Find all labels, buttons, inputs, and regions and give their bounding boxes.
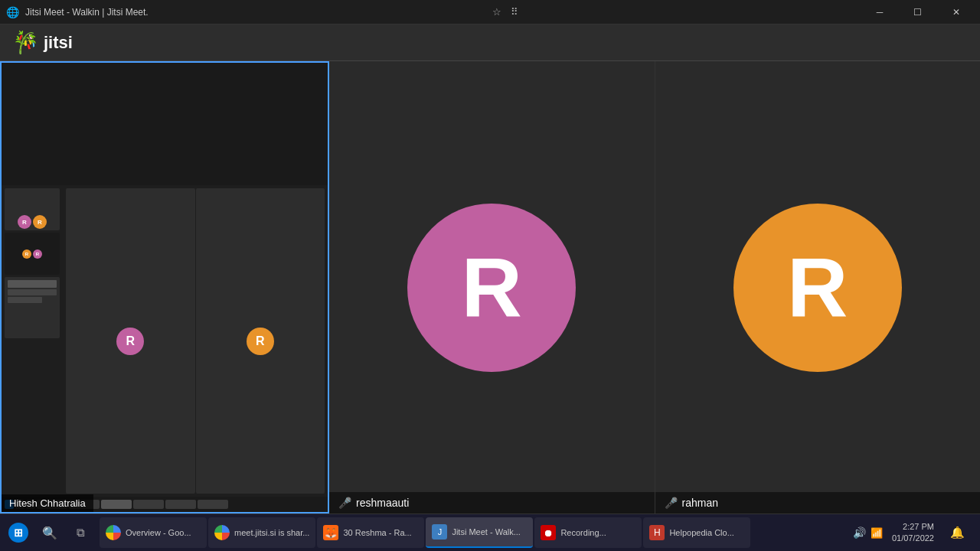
helpedia-label: Helpopedia Clo... xyxy=(669,528,733,537)
name-text-right: rahman xyxy=(682,497,718,509)
network-icon: 📶 xyxy=(871,527,883,539)
recording-icon: ⏺ xyxy=(541,525,556,540)
participant-name-left: Hitesh Chhatralia xyxy=(2,494,93,512)
taskbar-app-jitsi[interactable]: J Jitsi Meet - Walk... xyxy=(426,517,533,548)
window-title: Jitsi Meet - Walkin | Jitsi Meet. xyxy=(25,7,149,18)
screen-mini-purple: R xyxy=(66,188,195,494)
helpedia-icon: H xyxy=(649,525,665,540)
volume-icon: 🔊 xyxy=(853,527,866,539)
screen-col-1: R xyxy=(66,188,195,494)
chrome2-icon xyxy=(214,525,230,540)
taskbar-app-helpedia[interactable]: H Helpopedia Clo... xyxy=(643,517,750,548)
clock-time: 2:27 PM xyxy=(892,521,934,533)
screen-col-2: R xyxy=(196,188,325,494)
avatar-rahman: R xyxy=(733,204,902,372)
task-view-icon: ⧉ xyxy=(77,526,85,540)
jitsi-logo-text: jitsi xyxy=(44,33,73,53)
tray-icons: 🔊 📶 xyxy=(853,527,883,539)
sidebar-thumb-1: R R xyxy=(5,188,60,230)
sidebar-thumb-3 xyxy=(5,277,60,338)
taskbar-right: 🔊 📶 2:27 PM 01/07/2022 🔔 xyxy=(853,518,977,548)
search-button[interactable]: 🔍 xyxy=(35,519,64,546)
chrome2-label: meet.jitsi.si is shar... xyxy=(234,528,309,537)
firefox-label: 30 Reshma - Ra... xyxy=(343,528,411,537)
screen-share-top xyxy=(2,63,328,185)
mic-icon-right: 🎤 xyxy=(665,497,678,509)
title-bar: 🌐 Jitsi Meet - Walkin | Jitsi Meet. ☆ ⠿ … xyxy=(0,0,980,24)
notification-icon: 🔔 xyxy=(950,526,965,540)
windows-logo: ⊞ xyxy=(8,523,28,543)
video-area: R R R R xyxy=(0,61,980,514)
name-text-left: Hitesh Chhatralia xyxy=(9,497,86,509)
minimize-button[interactable]: ─ xyxy=(862,0,897,24)
mini-avatar-r-purple: R xyxy=(116,328,144,355)
panel-left-screenshare: R R R R xyxy=(0,61,329,514)
maximize-button[interactable]: ☐ xyxy=(900,0,936,24)
panel-right: R 🎤 rahman xyxy=(655,61,981,514)
jitsi-logo-icon: 🎋 xyxy=(12,30,39,55)
participant-name-center: 🎤 reshmaauti xyxy=(329,492,655,514)
name-text-center: reshmaauti xyxy=(356,497,409,509)
taskbar-app-chrome1[interactable]: Overview - Goo... xyxy=(100,517,207,548)
close-button[interactable]: ✕ xyxy=(939,0,974,24)
participant-name-right: 🎤 rahman xyxy=(655,492,981,514)
screen-share-middle: R R R R xyxy=(2,185,328,497)
title-bar-icons: ☆ ⠿ xyxy=(492,6,518,18)
screen-share-content: R R R R xyxy=(2,63,328,512)
recording-label: Recording... xyxy=(560,528,606,537)
sidebar-thumb-2: R R xyxy=(5,233,60,275)
screen-main-area: R R xyxy=(63,185,328,497)
avatar-reshmaauti: R xyxy=(407,204,576,372)
mini-avatar-purple: R xyxy=(18,215,31,229)
task-view-button[interactable]: ⧉ xyxy=(66,519,95,546)
firefox-icon: 🦊 xyxy=(323,525,338,540)
jitsi-logo: 🎋 jitsi xyxy=(12,30,73,55)
clock[interactable]: 2:27 PM 01/07/2022 xyxy=(886,518,940,548)
title-bar-controls[interactable]: ─ ☐ ✕ xyxy=(862,0,974,24)
screen-mini-orange: R xyxy=(196,188,325,494)
taskbar-apps: Overview - Goo... meet.jitsi.si is shar.… xyxy=(96,517,851,548)
clock-date: 01/07/2022 xyxy=(892,533,934,544)
taskbar-app-firefox[interactable]: 🦊 30 Reshma - Ra... xyxy=(317,517,424,548)
mini-avatar-r-orange: R xyxy=(247,328,274,355)
start-button[interactable]: ⊞ xyxy=(3,517,34,548)
screen-sidebar: R R R R xyxy=(2,185,63,497)
search-icon: 🔍 xyxy=(42,526,57,540)
mic-icon-center: 🎤 xyxy=(338,497,351,509)
taskbar-app-chrome2[interactable]: meet.jitsi.si is shar... xyxy=(208,517,315,548)
chrome1-icon xyxy=(106,525,121,540)
taskbar: ⊞ 🔍 ⧉ Overview - Goo... meet.jitsi.si is… xyxy=(0,514,980,551)
jitsi-icon: J xyxy=(432,524,447,540)
window-icon: 🌐 xyxy=(6,6,19,18)
panel-center: R 🎤 reshmaauti xyxy=(329,61,655,514)
jitsi-label: Jitsi Meet - Walk... xyxy=(452,527,520,536)
title-bar-left: 🌐 Jitsi Meet - Walkin | Jitsi Meet. xyxy=(6,6,149,18)
settings-icon: ⠿ xyxy=(511,6,518,18)
logo-bar: 🎋 jitsi xyxy=(0,24,980,61)
bookmark-icon: ☆ xyxy=(492,6,501,18)
notification-button[interactable]: 🔔 xyxy=(943,519,971,546)
mini-avatar-orange: R xyxy=(33,215,47,229)
taskbar-app-recording[interactable]: ⏺ Recording... xyxy=(534,517,642,548)
chrome1-label: Overview - Goo... xyxy=(126,528,191,537)
